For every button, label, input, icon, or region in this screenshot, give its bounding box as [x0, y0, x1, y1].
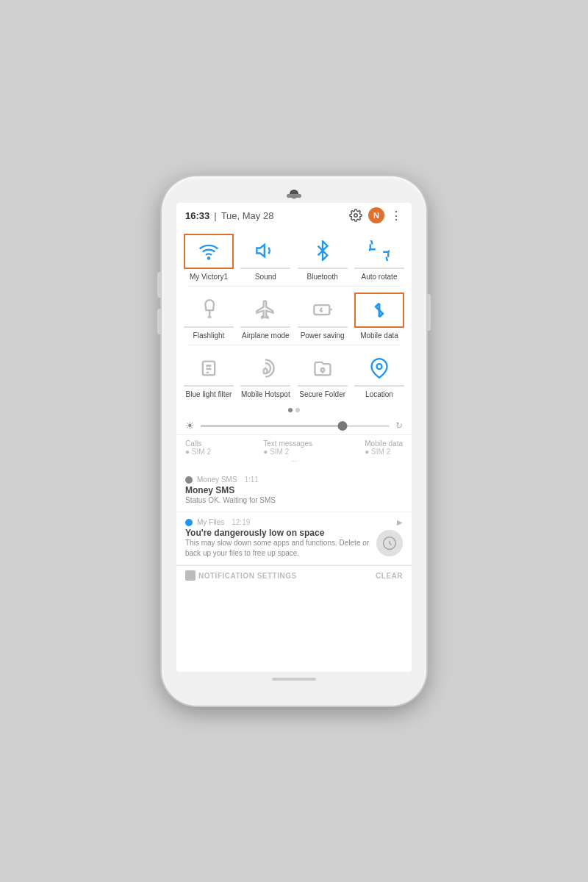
notification-1[interactable]: Money SMS 1:11 Money SMS Status OK. Wait… [176, 470, 412, 512]
qs-location-label: Location [365, 390, 393, 399]
qs-securefolder-label: Secure Folder [299, 390, 345, 399]
qs-wifi[interactable]: My Victory1 [182, 229, 235, 284]
brightness-thumb[interactable] [337, 421, 347, 431]
qs-powersaving-label: Power saving [301, 331, 345, 340]
qs-bluetooth-label: Bluetooth [307, 272, 338, 282]
qs-securefolder[interactable]: Secure Folder [296, 347, 349, 402]
qs-row-3: B Blue light filter [182, 347, 406, 402]
qs-row-2: Flashlight Airplane mode [182, 288, 406, 343]
notification-settings-btn[interactable]: NOTIFICATION SETTINGS [198, 572, 297, 580]
sim-data[interactable]: Mobile data ● SIM 2 [365, 440, 403, 456]
status-time: 16:33 [185, 210, 209, 221]
qs-autorotate[interactable]: Auto rotate [353, 229, 406, 284]
qs-airplane-label: Airplane mode [242, 331, 289, 340]
notif-1-title: Money SMS [185, 485, 403, 495]
notification-2[interactable]: My Files 12:19 ▶ You're dangerously low … [176, 512, 412, 565]
clear-button[interactable]: CLEAR [376, 572, 403, 580]
qs-sound[interactable]: Sound [239, 229, 292, 284]
qs-wifi-label: My Victory1 [190, 272, 228, 282]
notification-area: Money SMS 1:11 Money SMS Status OK. Wait… [176, 470, 412, 565]
phone-device: 16:33 | Tue, May 28 N ⋮ [162, 176, 426, 706]
sim-text[interactable]: Text messages ● SIM 2 [263, 440, 312, 456]
qs-airplane[interactable]: Airplane mode [239, 288, 292, 343]
qs-powersaving[interactable]: Power saving [296, 288, 349, 343]
notif-1-app-icon [185, 476, 193, 484]
bottom-bar: NOTIFICATION SETTINGS CLEAR [176, 565, 412, 585]
svg-rect-17 [264, 369, 268, 373]
notif-2-icon [376, 530, 403, 556]
qs-hotspot[interactable]: Mobile Hotspot [239, 347, 292, 402]
svg-rect-6 [314, 305, 329, 315]
sim-text-label: Text messages [263, 440, 312, 448]
notif-2-app-name: My Files [197, 518, 224, 526]
brightness-fill [201, 425, 343, 427]
qs-mobiledata-label: Mobile data [360, 331, 398, 340]
notif-2-extra: ▶ [397, 518, 403, 526]
qs-autorotate-label: Auto rotate [362, 272, 398, 282]
notification-settings-icon [185, 570, 196, 581]
settings-icon[interactable] [349, 209, 362, 222]
sim-calls-label: Calls [185, 440, 201, 448]
svg-point-20 [376, 364, 381, 369]
screen: 16:33 | Tue, May 28 N ⋮ [176, 203, 412, 672]
qs-mobiledata[interactable]: Mobile data [353, 288, 406, 343]
notif-2-body: This may slow down some apps and functio… [185, 538, 370, 559]
qs-flashlight-label: Flashlight [193, 331, 225, 340]
home-indicator [272, 678, 316, 681]
dot-2 [295, 408, 300, 412]
qs-bluelight[interactable]: B Blue light filter [182, 347, 235, 402]
sim-calls-value: ● SIM 2 [185, 448, 211, 456]
notif-2-time: 12:19 [232, 518, 250, 526]
qs-flashlight[interactable]: Flashlight [182, 288, 235, 343]
sim-section: Calls ● SIM 2 Text messages ● SIM 2 Mobi… [176, 434, 412, 470]
svg-text:B: B [207, 364, 211, 370]
brightness-icon: ☀ [185, 420, 195, 431]
svg-point-1 [208, 257, 209, 259]
sim-text-value: ● SIM 2 [263, 448, 289, 456]
notification-badge[interactable]: N [368, 207, 384, 223]
sim-calls[interactable]: Calls ● SIM 2 [185, 440, 211, 456]
qs-row-1: My Victory1 Sound [182, 229, 406, 284]
notif-2-title: You're dangerously low on space [185, 528, 370, 538]
status-date: Tue, May 28 [221, 210, 274, 221]
svg-point-0 [354, 214, 358, 218]
sim-data-label: Mobile data [365, 440, 403, 448]
notif-1-app-name: Money SMS [197, 476, 237, 484]
notif-1-body: Status OK. Waiting for SMS [185, 495, 403, 506]
qs-sound-label: Sound [255, 272, 276, 282]
notif-2-app-icon [185, 519, 193, 526]
sim-more[interactable]: ··· [185, 456, 403, 467]
pagination-dots [176, 404, 412, 417]
dot-1 [288, 408, 293, 412]
qs-hotspot-label: Mobile Hotspot [241, 390, 290, 399]
sim-data-value: ● SIM 2 [365, 448, 390, 456]
qs-bluetooth[interactable]: Bluetooth [296, 229, 349, 284]
brightness-auto-icon[interactable]: ↻ [395, 420, 403, 431]
quick-settings-panel: My Victory1 Sound [176, 226, 412, 402]
qs-location[interactable]: Location [353, 347, 406, 402]
brightness-slider-row[interactable]: ☀ ↻ [176, 417, 412, 434]
status-bar: 16:33 | Tue, May 28 N ⋮ [176, 203, 412, 226]
overflow-menu-icon[interactable]: ⋮ [390, 209, 403, 223]
notif-1-time: 1:11 [244, 476, 258, 484]
status-separator: | [214, 210, 216, 221]
qs-bluelight-label: Blue light filter [186, 390, 232, 399]
speaker [287, 194, 301, 198]
sim-row: Calls ● SIM 2 Text messages ● SIM 2 Mobi… [185, 440, 403, 456]
svg-point-18 [320, 368, 324, 372]
svg-marker-2 [257, 245, 265, 257]
brightness-track[interactable] [201, 425, 390, 427]
